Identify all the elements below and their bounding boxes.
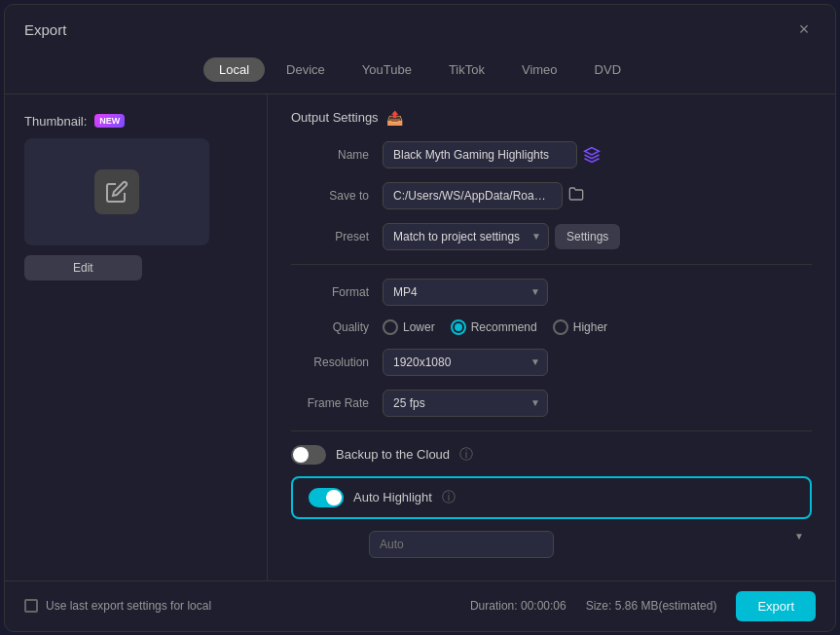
tab-bar: Local Device YouTube TikTok Vimeo DVD <box>5 52 835 93</box>
resolution-select[interactable]: 1920x1080 <box>383 349 548 376</box>
duration-label: Duration: <box>470 599 518 613</box>
auto-highlight-thumb <box>326 490 342 505</box>
save-to-row: Save to C:/Users/WS/AppData/Roami... <box>291 182 812 209</box>
name-label: Name <box>291 148 369 162</box>
auto-highlight-info-icon[interactable]: ⓘ <box>442 489 456 506</box>
auto-highlight-label: Auto Highlight <box>353 490 432 504</box>
left-panel: Thumbnail: NEW Edit <box>5 94 268 580</box>
export-dialog: Export × Local Device YouTube TikTok Vim… <box>4 4 836 632</box>
edit-button[interactable]: Edit <box>24 255 142 280</box>
quality-lower-label[interactable]: Lower <box>383 319 435 335</box>
preset-select[interactable]: Match to project settings <box>383 223 549 250</box>
auto-select-wrap: Auto ▼ <box>369 531 812 558</box>
output-settings-title: Output Settings 📤 <box>291 110 812 126</box>
quality-lower-text: Lower <box>403 320 435 334</box>
quality-options: Lower Recommend Higher <box>383 319 607 335</box>
preset-row: Preset Match to project settings ▼ Setti… <box>291 223 812 250</box>
tab-youtube[interactable]: YouTube <box>347 57 427 82</box>
framerate-label: Frame Rate <box>291 396 369 410</box>
size-text: Size: 5.86 MB(estimated) <box>586 599 717 613</box>
tab-tiktok[interactable]: TikTok <box>433 57 500 82</box>
quality-label: Quality <box>291 320 369 334</box>
footer: Use last export settings for local Durat… <box>5 580 835 631</box>
resolution-select-wrap: 1920x1080 ▼ <box>383 349 548 376</box>
preset-select-wrap: Match to project settings ▼ <box>383 223 549 250</box>
divider-1 <box>291 264 812 265</box>
settings-button[interactable]: Settings <box>555 224 620 249</box>
folder-button[interactable] <box>568 186 584 205</box>
quality-recommend-dot <box>455 323 462 331</box>
backup-row: Backup to the Cloud ⓘ <box>291 445 812 465</box>
last-export-label: Use last export settings for local <box>46 599 211 613</box>
auto-select[interactable]: Auto <box>369 531 554 558</box>
quality-higher-label[interactable]: Higher <box>553 319 607 335</box>
tab-vimeo[interactable]: Vimeo <box>506 57 573 82</box>
right-panel: Output Settings 📤 Name <box>268 94 835 580</box>
quality-higher-radio[interactable] <box>553 319 568 335</box>
backup-toggle-thumb <box>293 447 309 463</box>
tab-local[interactable]: Local <box>203 57 265 82</box>
preset-group: Match to project settings ▼ Settings <box>383 223 620 250</box>
auto-chevron-icon: ▼ <box>794 531 804 542</box>
divider-2 <box>291 430 812 431</box>
quality-lower-radio[interactable] <box>383 319 398 335</box>
save-to-label: Save to <box>291 189 369 203</box>
content-area: Thumbnail: NEW Edit Output Settings 📤 <box>5 93 835 580</box>
dialog-title: Export <box>24 21 66 38</box>
thumbnail-text: Thumbnail: <box>24 114 87 129</box>
framerate-select[interactable]: 25 fps <box>383 390 548 417</box>
format-select[interactable]: MP4 <box>383 279 548 306</box>
export-button[interactable]: Export <box>736 591 816 621</box>
footer-left: Use last export settings for local <box>24 599 211 613</box>
thumbnail-label: Thumbnail: NEW <box>24 114 125 129</box>
format-label: Format <box>291 285 369 299</box>
quality-row: Quality Lower Recommend <box>291 319 812 335</box>
section-title-text: Output Settings <box>291 110 379 125</box>
close-button[interactable]: × <box>792 19 816 42</box>
name-row: Name <box>291 141 812 168</box>
tab-dvd[interactable]: DVD <box>579 57 637 82</box>
name-input-group <box>383 141 601 168</box>
resolution-row: Resolution 1920x1080 ▼ <box>291 349 812 376</box>
backup-toggle[interactable] <box>291 445 326 465</box>
save-to-input[interactable]: C:/Users/WS/AppData/Roami... <box>383 182 563 209</box>
quality-higher-text: Higher <box>573 320 607 334</box>
preset-label: Preset <box>291 230 369 243</box>
size-label: Size: <box>586 599 612 613</box>
tab-device[interactable]: Device <box>271 57 341 82</box>
output-settings-icon: 📤 <box>386 110 403 126</box>
dialog-header: Export × <box>5 5 835 52</box>
footer-right: Duration: 00:00:06 Size: 5.86 MB(estimat… <box>470 591 816 621</box>
last-export-checkbox[interactable] <box>24 599 38 613</box>
duration-text: Duration: 00:00:06 <box>470 599 566 613</box>
framerate-row: Frame Rate 25 fps ▼ <box>291 390 812 417</box>
format-select-wrap: MP4 ▼ <box>383 279 548 306</box>
auto-highlight-box: Auto Highlight ⓘ <box>291 476 812 519</box>
thumbnail-preview <box>24 138 209 245</box>
quality-recommend-label[interactable]: Recommend <box>451 319 537 335</box>
framerate-select-wrap: 25 fps ▼ <box>383 390 548 417</box>
save-to-group: C:/Users/WS/AppData/Roami... <box>383 182 584 209</box>
backup-info-icon[interactable]: ⓘ <box>459 446 473 464</box>
new-badge: NEW <box>94 114 125 128</box>
resolution-label: Resolution <box>291 355 369 369</box>
quality-recommend-radio[interactable] <box>451 319 466 335</box>
format-row: Format MP4 ▼ <box>291 279 812 306</box>
duration-value: 00:00:06 <box>521 599 566 613</box>
auto-highlight-toggle[interactable] <box>309 488 344 507</box>
thumbnail-icon <box>94 169 139 214</box>
size-value: 5.86 MB(estimated) <box>615 599 717 613</box>
name-input[interactable] <box>383 141 577 168</box>
quality-recommend-text: Recommend <box>471 320 537 334</box>
ai-button[interactable] <box>583 146 601 164</box>
backup-label: Backup to the Cloud <box>336 447 450 462</box>
